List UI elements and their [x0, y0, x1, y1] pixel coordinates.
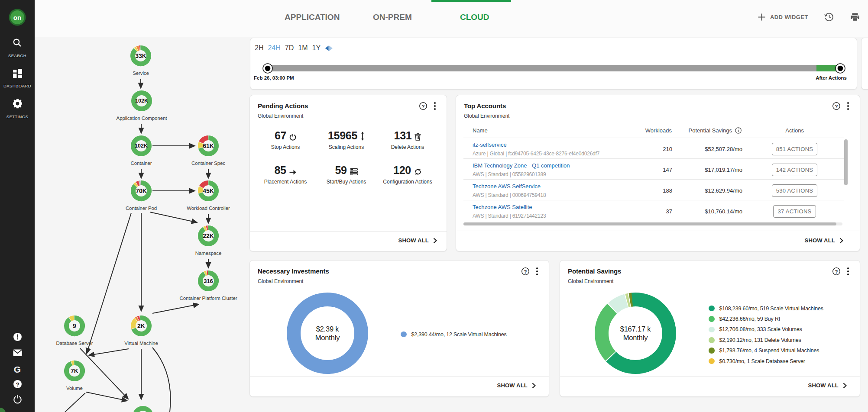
svg-text:33K: 33K: [135, 52, 146, 59]
svg-text:G: G: [14, 364, 21, 374]
svg-text:316: 316: [204, 278, 213, 284]
svg-text:?: ?: [421, 104, 424, 109]
svg-text:9: 9: [73, 322, 76, 329]
svg-text:2K: 2K: [137, 322, 145, 329]
svg-text:?: ?: [835, 269, 838, 274]
svg-text:70K: 70K: [136, 187, 147, 194]
svg-text:?: ?: [524, 269, 527, 274]
svg-text:102K: 102K: [135, 143, 148, 149]
svg-text:61K: 61K: [203, 142, 214, 149]
svg-text:7K: 7K: [71, 367, 78, 374]
svg-text:on: on: [13, 14, 21, 21]
svg-text:45K: 45K: [203, 187, 214, 194]
svg-text:102K: 102K: [135, 98, 148, 104]
svg-text:?: ?: [835, 104, 838, 109]
svg-text:?: ?: [16, 381, 19, 388]
svg-text:22K: 22K: [203, 232, 214, 239]
